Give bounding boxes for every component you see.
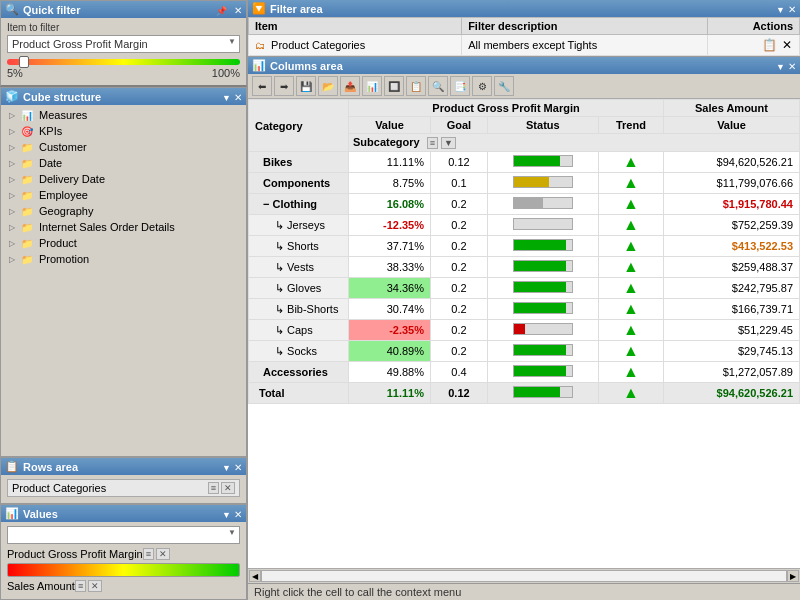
table-cell-value[interactable]: 49.88% xyxy=(349,362,431,383)
table-cell-sales[interactable]: $1,272,057.89 xyxy=(664,362,800,383)
data-area[interactable]: Category Product Gross Profit Margin Sal… xyxy=(248,99,800,568)
table-cell-category[interactable]: ↳ Socks xyxy=(249,341,349,362)
cube-item-product[interactable]: ▷ 📁 Product xyxy=(1,235,246,251)
table-cell-trend[interactable]: ▲ xyxy=(598,341,663,362)
table-cell-sales[interactable]: $242,795.87 xyxy=(664,278,800,299)
pgpm-sort-btn[interactable]: ≡ xyxy=(143,548,154,560)
table-cell-category[interactable]: ↳ Caps xyxy=(249,320,349,341)
toolbar-btn-4[interactable]: 📂 xyxy=(318,76,338,96)
table-cell-sales[interactable]: $94,620,526.21 xyxy=(664,152,800,173)
table-cell-sales[interactable]: $11,799,076.66 xyxy=(664,173,800,194)
table-cell-category[interactable]: ↳ Bib-Shorts xyxy=(249,299,349,320)
filter-item-dropdown[interactable]: Product Gross Profit Margin xyxy=(7,35,240,53)
cube-item-kpis[interactable]: ▷ 🎯 KPIs xyxy=(1,123,246,139)
table-cell-goal[interactable]: 0.2 xyxy=(431,320,488,341)
table-cell-goal[interactable]: 0.12 xyxy=(431,152,488,173)
table-cell-trend[interactable]: ▲ xyxy=(598,215,663,236)
cube-item-internet-sales-order-details[interactable]: ▷ 📁 Internet Sales Order Details xyxy=(1,219,246,235)
cube-item-promotion[interactable]: ▷ 📁 Promotion xyxy=(1,251,246,267)
horizontal-scrollbar[interactable] xyxy=(261,570,787,582)
table-cell-sales[interactable]: $259,488.37 xyxy=(664,257,800,278)
table-cell-status[interactable] xyxy=(487,278,598,299)
table-cell-goal[interactable]: 0.2 xyxy=(431,257,488,278)
cube-item-geography[interactable]: ▷ 📁 Geography xyxy=(1,203,246,219)
pgpm-close-btn[interactable]: ✕ xyxy=(156,548,170,560)
table-cell-trend[interactable]: ▲ xyxy=(598,278,663,299)
table-cell-category[interactable]: Total xyxy=(249,383,349,404)
table-cell-goal[interactable]: 0.2 xyxy=(431,236,488,257)
toolbar-btn-11[interactable]: 🔧 xyxy=(494,76,514,96)
scroll-right-btn[interactable]: ▶ xyxy=(787,570,799,582)
table-cell-category[interactable]: Bikes xyxy=(249,152,349,173)
table-cell-value[interactable]: 38.33% xyxy=(349,257,431,278)
table-cell-trend[interactable]: ▲ xyxy=(598,299,663,320)
filter-area-close[interactable]: ✕ xyxy=(788,4,796,15)
sales-close-btn[interactable]: ✕ xyxy=(88,580,102,592)
table-cell-category[interactable]: − Clothing xyxy=(249,194,349,215)
table-cell-value[interactable]: 37.71% xyxy=(349,236,431,257)
toolbar-btn-9[interactable]: 📑 xyxy=(450,76,470,96)
toolbar-btn-7[interactable]: 📋 xyxy=(406,76,426,96)
table-cell-sales[interactable]: $413,522.53 xyxy=(664,236,800,257)
table-cell-status[interactable] xyxy=(487,320,598,341)
table-cell-category[interactable]: ↳ Gloves xyxy=(249,278,349,299)
table-cell-value[interactable]: 16.08% xyxy=(349,194,431,215)
table-cell-sales[interactable]: $51,229.45 xyxy=(664,320,800,341)
table-cell-trend[interactable]: ▲ xyxy=(598,194,663,215)
table-cell-category[interactable]: Accessories xyxy=(249,362,349,383)
table-cell-status[interactable] xyxy=(487,173,598,194)
slider-track[interactable] xyxy=(7,59,240,65)
filter-remove-btn[interactable]: ✕ xyxy=(781,37,793,53)
toolbar-btn-3[interactable]: 💾 xyxy=(296,76,316,96)
table-cell-goal[interactable]: 0.1 xyxy=(431,173,488,194)
table-cell-goal[interactable]: 0.2 xyxy=(431,341,488,362)
slider-thumb-left[interactable] xyxy=(19,56,29,68)
table-cell-category[interactable]: Components xyxy=(249,173,349,194)
table-cell-value[interactable]: 34.36% xyxy=(349,278,431,299)
table-cell-goal[interactable]: 0.2 xyxy=(431,215,488,236)
table-cell-goal[interactable]: 0.2 xyxy=(431,194,488,215)
table-cell-sales[interactable]: $94,620,526.21 xyxy=(664,383,800,404)
table-cell-trend[interactable]: ▲ xyxy=(598,320,663,341)
rows-dim-close-btn[interactable]: ✕ xyxy=(221,482,235,494)
table-cell-trend[interactable]: ▲ xyxy=(598,383,663,404)
table-cell-goal[interactable]: 0.2 xyxy=(431,278,488,299)
values-area-close[interactable]: ✕ xyxy=(234,509,242,520)
toolbar-btn-6[interactable]: 🔲 xyxy=(384,76,404,96)
cube-item-customer[interactable]: ▷ 📁 Customer xyxy=(1,139,246,155)
toolbar-btn-8[interactable]: 🔍 xyxy=(428,76,448,96)
table-cell-category[interactable]: ↳ Shorts xyxy=(249,236,349,257)
rows-dim-sort-btn[interactable]: ≡ xyxy=(208,482,219,494)
quick-filter-close[interactable]: ✕ xyxy=(234,5,242,16)
cube-structure-close[interactable]: ✕ xyxy=(234,92,242,103)
table-cell-value[interactable]: -2.35% xyxy=(349,320,431,341)
table-cell-trend[interactable]: ▲ xyxy=(598,257,663,278)
table-cell-status[interactable] xyxy=(487,257,598,278)
table-cell-sales[interactable]: $752,259.39 xyxy=(664,215,800,236)
filter-copy-btn[interactable]: 📋 xyxy=(761,37,778,53)
table-cell-goal[interactable]: 0.12 xyxy=(431,383,488,404)
table-cell-trend[interactable]: ▲ xyxy=(598,173,663,194)
scroll-left-btn[interactable]: ◀ xyxy=(249,570,261,582)
cube-item-employee[interactable]: ▷ 📁 Employee xyxy=(1,187,246,203)
cube-item-measures[interactable]: ▷ 📊 Measures xyxy=(1,107,246,123)
table-cell-goal[interactable]: 0.4 xyxy=(431,362,488,383)
table-cell-status[interactable] xyxy=(487,383,598,404)
subcat-filter-btn[interactable]: ▼ xyxy=(441,137,456,149)
toolbar-btn-chart[interactable]: 📊 xyxy=(362,76,382,96)
table-cell-trend[interactable]: ▲ xyxy=(598,152,663,173)
table-cell-sales[interactable]: $166,739.71 xyxy=(664,299,800,320)
table-cell-status[interactable] xyxy=(487,341,598,362)
table-cell-value[interactable]: 40.89% xyxy=(349,341,431,362)
cube-item-delivery-date[interactable]: ▷ 📁 Delivery Date xyxy=(1,171,246,187)
cube-item-date[interactable]: ▷ 📁 Date xyxy=(1,155,246,171)
table-cell-status[interactable] xyxy=(487,236,598,257)
table-cell-trend[interactable]: ▲ xyxy=(598,362,663,383)
table-cell-trend[interactable]: ▲ xyxy=(598,236,663,257)
table-cell-status[interactable] xyxy=(487,215,598,236)
table-cell-value[interactable]: 11.11% xyxy=(349,152,431,173)
toolbar-btn-5[interactable]: 📤 xyxy=(340,76,360,96)
toolbar-btn-10[interactable]: ⚙ xyxy=(472,76,492,96)
table-cell-sales[interactable]: $1,915,780.44 xyxy=(664,194,800,215)
subcat-sort-btn[interactable]: ≡ xyxy=(427,137,438,149)
